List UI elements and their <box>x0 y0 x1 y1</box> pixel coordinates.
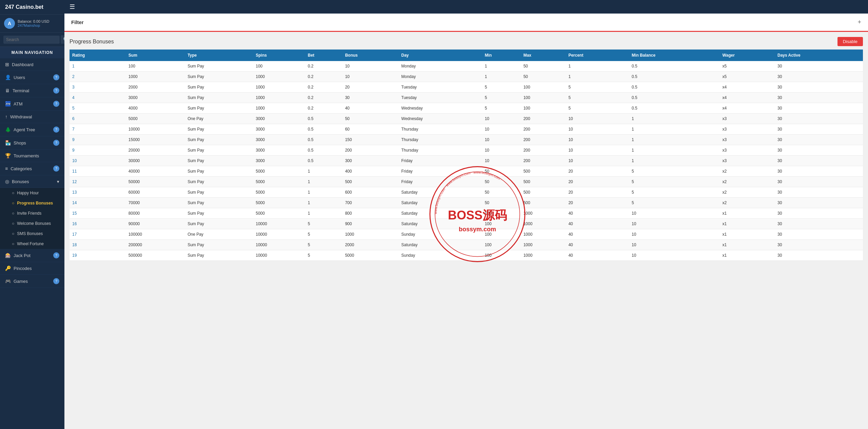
submenu-item-happy-hour[interactable]: ○ Happy Hour <box>0 188 64 198</box>
row-cell: 60 <box>342 124 399 135</box>
disable-button[interactable]: Disable <box>837 37 863 46</box>
sidebar-item-dashboard[interactable]: ⊞ Dashboard <box>0 58 64 71</box>
search-input[interactable] <box>3 36 60 44</box>
row-cell: 1000 <box>521 208 566 219</box>
row-rating-link[interactable]: 17 <box>70 229 126 240</box>
row-rating-link[interactable]: 4 <box>70 93 126 103</box>
table-row: 1470000Sum Pay50001700Saturday50500205x2… <box>70 198 863 208</box>
row-cell: 20 <box>342 82 399 93</box>
row-cell: 30 <box>775 198 863 208</box>
row-rating-link[interactable]: 15 <box>70 208 126 219</box>
sidebar-item-bonuses[interactable]: ◎ Bonuses ▾ <box>0 175 64 188</box>
shops-badge: ? <box>53 140 59 146</box>
submenu-item-wheel-fortune[interactable]: ○ Wheel Fortune <box>0 239 64 249</box>
row-rating-link[interactable]: 3 <box>70 82 126 93</box>
submenu-item-invite-friends[interactable]: ○ Invite Friends <box>0 208 64 218</box>
row-cell: 10 <box>342 61 399 72</box>
sidebar-item-shops[interactable]: 🏪 Shops ? <box>0 136 64 150</box>
row-rating-link[interactable]: 2 <box>70 72 126 82</box>
sidebar-item-atm[interactable]: 🏧 ATM ? <box>0 97 64 111</box>
row-cell: 5 <box>629 198 720 208</box>
row-rating-link[interactable]: 12 <box>70 177 126 187</box>
sidebar-item-games[interactable]: 🎮 Games ? <box>0 275 64 288</box>
row-cell: Sum Pay <box>185 177 253 187</box>
row-cell: 500 <box>521 187 566 198</box>
submenu-item-welcome-bonuses[interactable]: ○ Welcome Bonuses <box>0 218 64 229</box>
sidebar-item-categories[interactable]: ≡ Categories ? <box>0 162 64 175</box>
filter-add-icon[interactable]: + <box>857 19 861 26</box>
row-cell: 1000 <box>521 229 566 240</box>
sidebar-item-users[interactable]: 👤 Users ? <box>0 71 64 84</box>
user-info: A Balance: 0.00 USD 247Mainshop <box>0 15 64 33</box>
row-cell: 10000 <box>253 240 305 250</box>
sidebar-item-withdrawal[interactable]: ↑ Withdrawal <box>0 111 64 123</box>
table-row: 19500000Sum Pay1000055000Sunday100100040… <box>70 250 863 261</box>
table-row: 54000Sum Pay10000.240Wednesday510050.5x4… <box>70 103 863 114</box>
row-cell: 100 <box>126 61 185 72</box>
row-rating-link[interactable]: 7 <box>70 124 126 135</box>
row-cell: 150 <box>342 135 399 145</box>
row-rating-link[interactable]: 19 <box>70 250 126 261</box>
row-rating-link[interactable]: 1 <box>70 61 126 72</box>
row-cell: 20 <box>566 177 629 187</box>
table-row: 1250000Sum Pay50001500Friday50500205x230 <box>70 177 863 187</box>
row-rating-link[interactable]: 6 <box>70 114 126 124</box>
row-rating-link[interactable]: 16 <box>70 219 126 229</box>
row-rating-link[interactable]: 13 <box>70 187 126 198</box>
agent-tree-icon: 🌲 <box>5 127 11 132</box>
row-cell: 3000 <box>126 93 185 103</box>
row-cell: x2 <box>720 187 775 198</box>
row-rating-link[interactable]: 10 <box>70 156 126 166</box>
avatar: A <box>4 18 15 29</box>
row-cell: 1000 <box>521 240 566 250</box>
col-header-sum: Sum <box>126 50 185 61</box>
sidebar-item-tournaments[interactable]: 🏆 Tournaments <box>0 150 64 162</box>
submenu-label-happy-hour: Happy Hour <box>17 191 39 195</box>
row-rating-link[interactable]: 18 <box>70 240 126 250</box>
row-cell: 1 <box>629 124 720 135</box>
row-cell: 800 <box>342 208 399 219</box>
row-cell: 900 <box>342 219 399 229</box>
hamburger-icon[interactable]: ☰ <box>70 3 75 11</box>
table-row: 17100000One Pay1000051000Sunday100100040… <box>70 229 863 240</box>
sidebar-item-terminal[interactable]: 🖥 Terminal ? <box>0 84 64 97</box>
row-rating-link[interactable]: 9 <box>70 145 126 156</box>
bonuses-submenu: ○ Happy Hour ○ Progress Bonuses ○ Invite… <box>0 188 64 249</box>
row-rating-link[interactable]: 5 <box>70 103 126 114</box>
table-row: 21000Sum Pay10000.210Monday15010.5x530 <box>70 72 863 82</box>
table-row: 65000One Pay30000.550Wednesday10200101x3… <box>70 114 863 124</box>
row-cell: 1 <box>482 72 521 82</box>
row-rating-link[interactable]: 14 <box>70 198 126 208</box>
row-cell: 100 <box>521 103 566 114</box>
sidebar-item-agent-tree[interactable]: 🌲 Agent Tree ? <box>0 123 64 136</box>
table-row: 32000Sum Pay10000.220Tuesday510050.5x430 <box>70 82 863 93</box>
row-cell: 30 <box>775 187 863 198</box>
sidebar-label-dashboard: Dashboard <box>12 62 59 67</box>
col-header-max: Max <box>521 50 566 61</box>
table-body: 1100Sum Pay1000.210Monday15010.5x5302100… <box>70 61 863 261</box>
row-rating-link[interactable]: 9 <box>70 135 126 145</box>
row-cell: 100 <box>482 250 521 261</box>
row-cell: 3000 <box>253 145 305 156</box>
row-cell: 10 <box>482 156 521 166</box>
submenu-item-sms-bonuses[interactable]: ○ SMS Bonuses <box>0 229 64 239</box>
topbar: ☰ <box>64 0 868 14</box>
row-cell: 30 <box>775 240 863 250</box>
row-rating-link[interactable]: 11 <box>70 166 126 177</box>
sidebar-item-pincodes[interactable]: 🔑 Pincodes <box>0 262 64 275</box>
row-cell: 40 <box>566 250 629 261</box>
row-cell: 15000 <box>126 135 185 145</box>
row-cell: x2 <box>720 198 775 208</box>
row-cell: 40 <box>566 229 629 240</box>
search-button[interactable]: 🔍 <box>61 35 64 44</box>
row-cell: 10 <box>342 72 399 82</box>
filter-bar: Filter + <box>64 14 868 32</box>
row-cell: Sum Pay <box>185 72 253 82</box>
submenu-item-progress-bonuses[interactable]: ○ Progress Bonuses <box>0 198 64 208</box>
sidebar-item-jackpot[interactable]: 🎰 Jack Pot ? <box>0 249 64 262</box>
row-cell: x4 <box>720 93 775 103</box>
row-cell: 30 <box>775 208 863 219</box>
table-row: 1140000Sum Pay50001400Friday50500205x230 <box>70 166 863 177</box>
row-cell: 1 <box>629 135 720 145</box>
row-cell: 500 <box>521 166 566 177</box>
